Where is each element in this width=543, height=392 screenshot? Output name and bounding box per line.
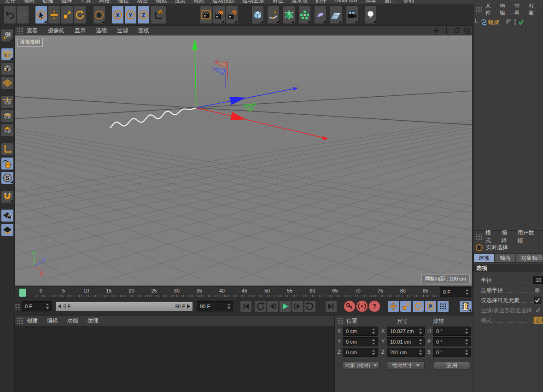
rotate-button[interactable] <box>74 6 86 24</box>
panel-grip[interactable] <box>476 6 482 12</box>
key-parameters-button[interactable]: P <box>425 300 437 312</box>
add-subdivision-surface-button[interactable] <box>283 6 295 24</box>
options-section-header[interactable]: 选项 <box>473 264 543 272</box>
play-button[interactable] <box>279 300 291 312</box>
layer-square-icon[interactable] <box>506 19 512 25</box>
snap-button[interactable]: S <box>1 171 14 184</box>
viewport-canvas[interactable]: 透视视图 Y Z X 网格间距 : 100 cm <box>15 35 472 286</box>
menu-item[interactable]: 雕刻 <box>193 0 204 4</box>
menu-item[interactable]: 插件 <box>315 0 327 4</box>
redo-button[interactable] <box>17 6 29 24</box>
material-menu-function[interactable]: 功能 <box>67 317 78 325</box>
add-cloner-button[interactable] <box>298 6 311 24</box>
apply-button[interactable]: 应用 <box>433 361 471 370</box>
viewport-menu-panel[interactable]: 面板 <box>138 27 149 35</box>
texture-mode-button[interactable] <box>1 62 14 75</box>
previous-key-button[interactable] <box>254 300 266 312</box>
rot-h-field[interactable]: 0 ° <box>433 327 471 336</box>
lock-z-axis-button[interactable]: Z <box>137 6 150 24</box>
panel-grip[interactable] <box>476 234 482 240</box>
next-key-button[interactable] <box>304 300 316 312</box>
perspective-viewport[interactable]: 查看 摄像机 显示 选项 过滤 面板 <box>14 25 473 286</box>
tab-options[interactable]: 选项 <box>473 253 495 263</box>
last-tool-button[interactable] <box>93 6 105 24</box>
panel-grip[interactable] <box>17 28 23 34</box>
range-start-field[interactable]: 0 F <box>22 301 52 311</box>
coordinate-system-button[interactable] <box>150 6 166 24</box>
key-rotation-button[interactable] <box>412 300 424 312</box>
timeline-ruler[interactable]: 051015202530354045505560657075808590 <box>14 287 451 298</box>
menu-item[interactable]: 文件 <box>5 0 16 4</box>
material-menu-edit[interactable]: 编辑 <box>47 317 58 325</box>
key-position-button[interactable] <box>387 300 399 312</box>
keying-settings-button[interactable]: ? <box>368 300 380 312</box>
menu-item[interactable]: 角色 <box>272 0 283 4</box>
world-axis-gizmo[interactable] <box>192 38 328 140</box>
object-name[interactable]: 螺旋 <box>488 18 499 26</box>
visible-only-checkbox[interactable] <box>534 297 541 304</box>
menu-item[interactable]: 脚本 <box>365 0 376 4</box>
om-menu-object[interactable]: 对象 <box>529 4 537 17</box>
menu-item[interactable]: 工具 <box>80 0 91 4</box>
make-editable-button[interactable] <box>1 29 14 42</box>
object-manager-list[interactable]: 螺旋 <box>473 16 543 230</box>
menu-item[interactable]: 编辑 <box>23 0 35 4</box>
rotate-workplane-button[interactable] <box>1 223 14 236</box>
menu-item[interactable]: 窗口 <box>384 0 395 4</box>
stepper-arrows[interactable] <box>227 304 231 309</box>
mode-dropdown[interactable]: 正常 <box>533 316 543 324</box>
pressure-radius-toggle[interactable] <box>534 287 540 293</box>
workplane-mode-button[interactable] <box>1 76 14 89</box>
goto-start-button[interactable] <box>240 300 252 312</box>
points-mode-button[interactable] <box>1 95 14 108</box>
menu-item[interactable]: RealFlow <box>334 0 357 4</box>
stepper-arrows[interactable] <box>46 304 50 309</box>
viewport-menu-options[interactable]: 选项 <box>96 27 107 35</box>
key-point-level-button[interactable] <box>437 300 449 312</box>
menu-item[interactable]: 网格 <box>99 0 110 4</box>
add-camera-button[interactable] <box>346 6 358 24</box>
om-menu-view[interactable]: 查看 <box>514 4 522 17</box>
om-menu-edit[interactable]: 编辑 <box>500 4 508 17</box>
material-list-area[interactable] <box>15 326 334 392</box>
viewport-menu-camera[interactable]: 摄像机 <box>48 27 64 35</box>
menu-item[interactable]: 帮助 <box>403 0 414 4</box>
panel-grip[interactable] <box>337 318 343 324</box>
pos-z-field[interactable]: 0 cm <box>343 348 378 357</box>
menu-item[interactable]: 流水线 <box>291 0 308 4</box>
add-light-button[interactable] <box>364 6 377 24</box>
stepper-arrows[interactable] <box>465 289 469 295</box>
viewport-dolly-icon[interactable] <box>443 27 450 34</box>
rot-p-field[interactable]: 0 ° <box>433 337 471 346</box>
add-floor-button[interactable] <box>330 6 342 24</box>
size-z-field[interactable]: 201 cm <box>387 348 425 357</box>
model-mode-button[interactable] <box>1 48 14 61</box>
key-scale-button[interactable] <box>400 300 412 312</box>
am-menu-edit[interactable]: 编辑 <box>502 229 511 245</box>
menu-item[interactable]: 捕捉 <box>118 0 129 4</box>
add-cube-button[interactable] <box>251 6 264 24</box>
object-row-helix[interactable]: 螺旋 <box>474 18 543 26</box>
size-x-field[interactable]: 10.027 cm <box>387 327 425 336</box>
goto-end-button[interactable] <box>325 300 337 312</box>
helix-spline[interactable] <box>110 108 196 128</box>
am-menu-userdata[interactable]: 用户数据 <box>518 229 537 245</box>
frame-range-slider[interactable]: 0 F 90 F <box>55 301 193 311</box>
edges-mode-button[interactable] <box>1 110 14 123</box>
undo-button[interactable] <box>4 6 16 24</box>
menu-item[interactable]: 动画 <box>137 0 148 4</box>
record-key-button[interactable] <box>344 300 356 312</box>
move-button[interactable] <box>48 6 60 24</box>
visibility-dots-icon[interactable] <box>514 19 516 25</box>
enable-axis-button[interactable] <box>1 143 14 156</box>
rot-b-field[interactable]: 0 ° <box>433 348 471 357</box>
lock-y-axis-button[interactable]: Y <box>124 6 137 24</box>
add-spline-button[interactable] <box>267 6 280 24</box>
previous-frame-button[interactable] <box>267 300 279 312</box>
scale-button[interactable] <box>61 6 73 24</box>
menu-item[interactable]: 运动跟踪 <box>212 0 234 4</box>
viewport-pan-icon[interactable] <box>433 27 440 34</box>
size-mode-dropdown[interactable]: 绝对尺寸 <box>387 361 425 370</box>
live-selection-button[interactable] <box>35 6 47 24</box>
lock-workplane-button[interactable] <box>1 209 14 222</box>
